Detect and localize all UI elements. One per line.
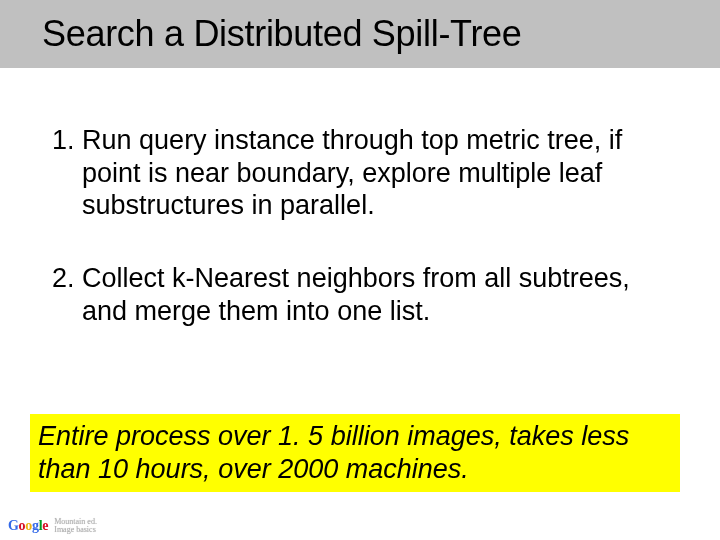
point-number: 1. [52,125,75,155]
logo-letter: g [32,518,39,533]
bullet-point-2: 2. Collect k-Nearest neighbors from all … [52,262,668,328]
point-text: Run query instance through top metric tr… [82,125,622,221]
slide: Search a Distributed Spill-Tree 1. Run q… [0,0,720,540]
highlight-note: Entire process over 1. 5 billion images,… [30,414,680,492]
logo-subtext: Mountain ed. Image basics [54,518,97,534]
bullet-point-1: 1. Run query instance through top metric… [52,124,668,223]
logo-letter: G [8,518,19,533]
point-number: 2. [52,263,75,293]
google-logo: Google Mountain ed. Image basics [8,518,97,534]
slide-title: Search a Distributed Spill-Tree [0,0,720,68]
point-text: Collect k-Nearest neighbors from all sub… [82,263,630,326]
logo-sub-line: Image basics [54,526,97,534]
logo-word: Google [8,518,48,534]
logo-letter: e [42,518,48,533]
slide-body: 1. Run query instance through top metric… [0,68,720,329]
logo-letter: o [25,518,32,533]
